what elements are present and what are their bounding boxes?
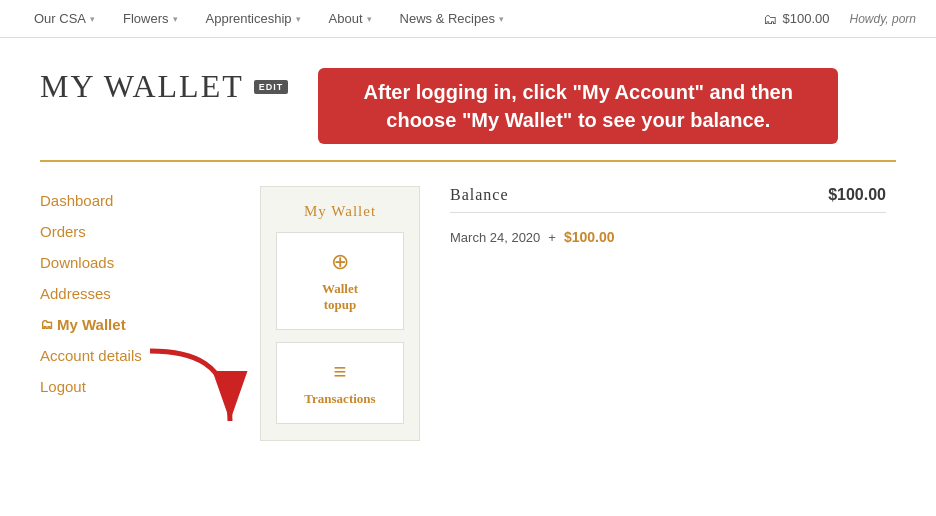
sidebar-menu: Dashboard Orders Downloads Addresses [40, 186, 260, 401]
transactions-icon: ≡ [334, 359, 347, 385]
nav-item-news-recipes[interactable]: News & Recipes ▾ [386, 0, 518, 38]
nav-right: 🗂 $100.00 Howdy, porn [763, 11, 916, 27]
balance-panel: Balance $100.00 March 24, 2020 + $100.00 [440, 186, 896, 245]
sidebar-item-addresses[interactable]: Addresses [40, 279, 260, 308]
nav-label-news-recipes: News & Recipes [400, 11, 495, 26]
edit-badge[interactable]: Edit [254, 80, 289, 94]
sidebar: Dashboard Orders Downloads Addresses [40, 186, 260, 401]
sidebar-link-addresses[interactable]: Addresses [40, 279, 260, 308]
nav-howdy-text: Howdy, porn [850, 12, 916, 26]
topup-label: Wallettopup [322, 281, 358, 313]
sidebar-item-account-details[interactable]: Account details [40, 341, 260, 370]
sidebar-item-downloads[interactable]: Downloads [40, 248, 260, 277]
transaction-row: March 24, 2020 + $100.00 [450, 229, 886, 245]
page-title-row: My Wallet Edit After logging in, click "… [40, 68, 896, 144]
balance-label: Balance [450, 186, 509, 204]
nav-item-apprenticeship[interactable]: Apprenticeship ▾ [192, 0, 315, 38]
sidebar-link-account-details[interactable]: Account details [40, 341, 260, 370]
chevron-down-icon: ▾ [173, 14, 178, 24]
nav-label-our-csa: Our CSA [34, 11, 86, 26]
nav-label-about: About [329, 11, 363, 26]
nav-item-flowers[interactable]: Flowers ▾ [109, 0, 192, 38]
nav-item-our-csa[interactable]: Our CSA ▾ [20, 0, 109, 38]
wallet-panel: My Wallet ⊕ Wallettopup ≡ Transactions [260, 186, 420, 441]
nav-label-flowers: Flowers [123, 11, 169, 26]
sidebar-link-my-wallet[interactable]: 🗂 My Wallet [40, 310, 260, 339]
content-layout: Dashboard Orders Downloads Addresses [40, 186, 896, 441]
balance-amount: $100.00 [828, 186, 886, 204]
sidebar-item-orders[interactable]: Orders [40, 217, 260, 246]
navbar: Our CSA ▾ Flowers ▾ Apprenticeship ▾ Abo… [0, 0, 936, 38]
nav-label-apprenticeship: Apprenticeship [206, 11, 292, 26]
transactions-card[interactable]: ≡ Transactions [276, 342, 404, 424]
transaction-date: March 24, 2020 [450, 230, 540, 245]
sidebar-label-downloads: Downloads [40, 254, 114, 271]
transactions-label: Transactions [304, 391, 375, 407]
wallet-icon: 🗂 [763, 11, 777, 27]
right-content: My Wallet ⊕ Wallettopup ≡ Transactions B… [260, 186, 896, 441]
page-instruction: After logging in, click "My Account" and… [318, 68, 838, 144]
wallet-small-icon: 🗂 [40, 317, 53, 332]
chevron-down-icon: ▾ [367, 14, 372, 24]
nav-wallet-button[interactable]: 🗂 $100.00 [763, 11, 830, 27]
nav-left: Our CSA ▾ Flowers ▾ Apprenticeship ▾ Abo… [20, 0, 518, 38]
sidebar-link-orders[interactable]: Orders [40, 217, 260, 246]
sidebar-item-logout[interactable]: Logout [40, 372, 260, 401]
transaction-sign: + [548, 230, 556, 245]
sidebar-link-logout[interactable]: Logout [40, 372, 260, 401]
main-content: My Wallet Edit After logging in, click "… [0, 38, 936, 471]
sidebar-label-account-details: Account details [40, 347, 142, 364]
sidebar-item-my-wallet[interactable]: 🗂 My Wallet [40, 310, 260, 339]
sidebar-label-dashboard: Dashboard [40, 192, 113, 209]
sidebar-item-dashboard[interactable]: Dashboard [40, 186, 260, 215]
chevron-down-icon: ▾ [90, 14, 95, 24]
wallet-panel-title: My Wallet [304, 203, 376, 220]
nav-wallet-amount: $100.00 [783, 11, 830, 26]
nav-item-about[interactable]: About ▾ [315, 0, 386, 38]
page-title: My Wallet Edit [40, 68, 288, 105]
sidebar-label-orders: Orders [40, 223, 86, 240]
wallet-topup-card[interactable]: ⊕ Wallettopup [276, 232, 404, 330]
sidebar-label-addresses: Addresses [40, 285, 111, 302]
sidebar-label-my-wallet: My Wallet [57, 316, 126, 333]
transaction-amount: $100.00 [564, 229, 615, 245]
chevron-down-icon: ▾ [296, 14, 301, 24]
title-divider [40, 160, 896, 162]
topup-icon: ⊕ [331, 249, 349, 275]
page-title-text: My Wallet [40, 68, 244, 105]
sidebar-link-downloads[interactable]: Downloads [40, 248, 260, 277]
sidebar-link-dashboard[interactable]: Dashboard [40, 186, 260, 215]
sidebar-label-logout: Logout [40, 378, 86, 395]
balance-header: Balance $100.00 [450, 186, 886, 213]
chevron-down-icon: ▾ [499, 14, 504, 24]
